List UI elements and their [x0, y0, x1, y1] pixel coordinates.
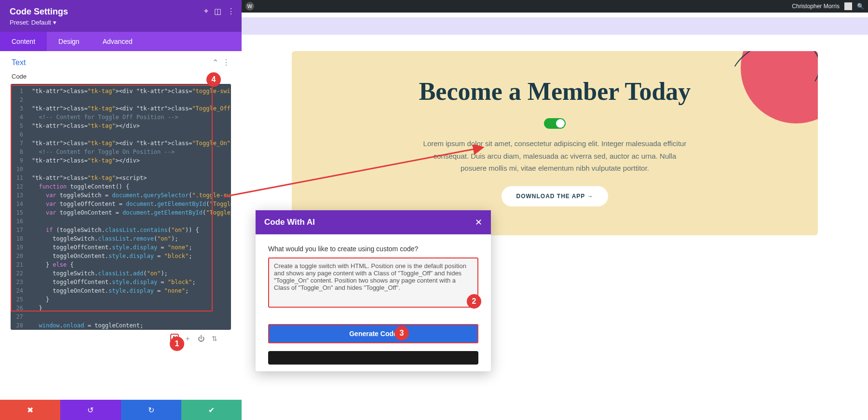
- ai-panel-header: Code With AI ✕: [256, 210, 491, 234]
- section-head: Text ⌃ ⋮: [0, 51, 242, 71]
- download-app-button[interactable]: DOWNLOAD THE APP →: [502, 186, 608, 206]
- code-body[interactable]: "tk-attr">class="tk-tag"><div "tk-attr">…: [27, 87, 231, 330]
- preset-selector[interactable]: Preset: Default ▾: [10, 19, 232, 26]
- settings-sidebar: Code Settings Preset: Default ▾ ⌖ ◫ ⋮ Co…: [0, 0, 242, 420]
- toggle-knob: [556, 119, 565, 128]
- sidebar-title: Code Settings: [10, 7, 232, 17]
- tab-advanced[interactable]: Advanced: [91, 32, 144, 51]
- ai-panel-title: Code With AI: [264, 217, 315, 227]
- ai-prompt-input[interactable]: [268, 257, 478, 308]
- user-name[interactable]: Christopher Morris: [792, 3, 840, 10]
- settings-tabs: Content Design Advanced: [0, 32, 242, 51]
- hero-section: Become a Member Today Lorem ipsum dolor …: [292, 51, 818, 235]
- more-icon[interactable]: ⋮: [227, 7, 235, 16]
- close-icon[interactable]: ✕: [475, 217, 482, 228]
- annotation-badge-3: 3: [394, 326, 409, 340]
- undo-button[interactable]: ↺: [60, 400, 121, 420]
- cancel-button[interactable]: ✖: [0, 400, 60, 420]
- wp-admin-bar[interactable]: W Christopher Morris 🔍: [242, 0, 868, 13]
- power-icon[interactable]: ⏻: [196, 334, 206, 343]
- annotation-badge-4: 4: [206, 72, 221, 87]
- focus-icon[interactable]: ⌖: [204, 7, 208, 16]
- sort-icon[interactable]: ⇅: [210, 334, 219, 343]
- plus-icon[interactable]: +: [183, 334, 192, 343]
- annotation-badge-1: 1: [170, 337, 184, 351]
- tab-content[interactable]: Content: [0, 32, 47, 51]
- confirm-button[interactable]: ✔: [181, 400, 242, 420]
- content-toggle-switch[interactable]: [544, 118, 566, 129]
- hero-paragraph: Lorem ipsum dolor sit amet, consectetur …: [420, 137, 690, 175]
- generate-code-button[interactable]: Generate Code: [268, 324, 478, 343]
- sidebar-header: Code Settings Preset: Default ▾ ⌖ ◫ ⋮: [0, 0, 242, 32]
- redo-button[interactable]: ↻: [121, 400, 181, 420]
- ai-panel: Code With AI ✕ What would you like to cr…: [256, 210, 491, 371]
- ai-prompt-label: What would you like to create using cust…: [268, 245, 478, 253]
- editor-toolbar: AI + ⏻ ⇅: [0, 332, 242, 347]
- code-gutter: 1234567891011121314151617181920212223242…: [11, 87, 27, 330]
- code-editor[interactable]: 1234567891011121314151617181920212223242…: [11, 84, 231, 330]
- section-more-icon[interactable]: ⋮: [222, 58, 230, 67]
- code-label: Code: [0, 71, 242, 83]
- chevron-up-icon[interactable]: ⌃: [212, 58, 218, 67]
- tab-design[interactable]: Design: [47, 32, 91, 51]
- avatar[interactable]: [844, 2, 852, 10]
- section-title: Text: [12, 58, 26, 67]
- decorative-band: [242, 13, 868, 40]
- decorative-blob: [741, 51, 818, 123]
- search-icon[interactable]: 🔍: [857, 3, 864, 10]
- bottom-actions: ✖ ↺ ↻ ✔: [0, 400, 242, 420]
- hero-heading: Become a Member Today: [311, 77, 799, 106]
- annotation-badge-2: 2: [467, 294, 481, 309]
- dock-icon[interactable]: ◫: [214, 7, 221, 16]
- wordpress-logo-icon[interactable]: W: [245, 2, 254, 11]
- ai-result-preview: [268, 351, 478, 365]
